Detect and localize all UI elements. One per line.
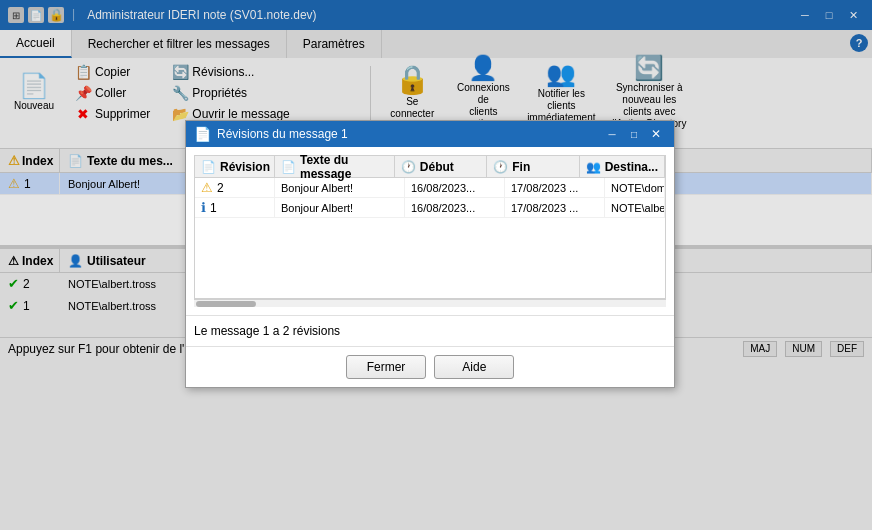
modal-minimize-button[interactable]: ─ [602, 124, 622, 144]
modal-title-bar: 📄 Révisions du message 1 ─ □ ✕ [186, 121, 674, 147]
modal-table-body: ⚠ 2 Bonjour Albert! 16/08/2023... 17/08/… [194, 177, 666, 299]
modal-td-dest-1: NOTE\domain... [605, 178, 665, 197]
modal-status-text: Le message 1 a 2 révisions [194, 324, 340, 338]
modal-col-header-dest[interactable]: 👥 Destina... [580, 156, 665, 177]
fin-header-icon: 🕐 [493, 160, 508, 174]
debut-header-icon: 🕐 [401, 160, 416, 174]
modal-td-rev-1: ⚠ 2 [195, 178, 275, 197]
modal-td-text-2: Bonjour Albert! [275, 198, 405, 217]
modal-table-row[interactable]: ℹ 1 Bonjour Albert! 16/08/2023... 17/08/… [195, 198, 665, 218]
aide-button[interactable]: Aide [434, 355, 514, 379]
modal-td-debut-2: 16/08/2023... [405, 198, 505, 217]
modal-row-warn-icon: ⚠ [201, 180, 213, 195]
modal-col-header-text[interactable]: 📄 Texte du message [275, 156, 395, 177]
modal-col-header-debut[interactable]: 🕐 Début [395, 156, 487, 177]
modal-empty-rows [195, 218, 665, 298]
modal-td-dest-2: NOTE\albert... [605, 198, 665, 217]
dest-header-icon: 👥 [586, 160, 601, 174]
modal-status: Le message 1 a 2 révisions [186, 315, 674, 346]
modal-scroll-thumb[interactable] [196, 301, 256, 307]
modal-table-row[interactable]: ⚠ 2 Bonjour Albert! 16/08/2023... 17/08/… [195, 178, 665, 198]
fermer-button[interactable]: Fermer [346, 355, 427, 379]
modal-close-button[interactable]: ✕ [646, 124, 666, 144]
modal-td-fin-2: 17/08/2023 ... [505, 198, 605, 217]
modal-td-rev-2: ℹ 1 [195, 198, 275, 217]
modal-maximize-button[interactable]: □ [624, 124, 644, 144]
modal-scrollbar[interactable] [194, 299, 666, 307]
modal-body: 📄 Révision 📄 Texte du message 🕐 Début 🕐 … [186, 147, 674, 315]
modal-footer: Fermer Aide [186, 346, 674, 387]
modal-col-header-revision[interactable]: 📄 Révision [195, 156, 275, 177]
modal-table-header: 📄 Révision 📄 Texte du message 🕐 Début 🕐 … [194, 155, 666, 177]
modal-td-text-1: Bonjour Albert! [275, 178, 405, 197]
modal-col-header-fin[interactable]: 🕐 Fin [487, 156, 579, 177]
modal-title-icon: 📄 [194, 126, 211, 142]
text-header-icon: 📄 [281, 160, 296, 174]
revisions-modal: 📄 Révisions du message 1 ─ □ ✕ 📄 Révisio… [185, 120, 675, 388]
modal-td-fin-1: 17/08/2023 ... [505, 178, 605, 197]
modal-title-text: Révisions du message 1 [217, 127, 602, 141]
revision-header-icon: 📄 [201, 160, 216, 174]
modal-td-debut-1: 16/08/2023... [405, 178, 505, 197]
modal-row-info-icon: ℹ [201, 200, 206, 215]
modal-window-controls[interactable]: ─ □ ✕ [602, 124, 666, 144]
